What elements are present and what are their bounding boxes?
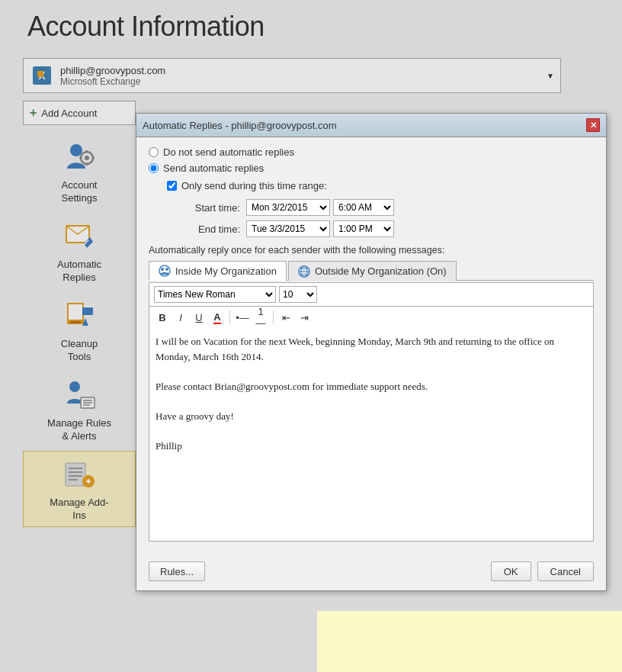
bold-button[interactable]: B <box>154 309 171 326</box>
send-auto-input[interactable] <box>149 163 159 173</box>
font-family-select[interactable]: Times New Roman <box>154 286 276 303</box>
start-time-label: Start time: <box>179 202 240 214</box>
dialog-footer: Rules... OK Cancel <box>136 554 606 590</box>
format-toolbar: B I U A •— 1— ⇤ ⇥ <box>149 306 594 328</box>
dialog-body: Do not send automatic replies Send autom… <box>136 137 606 554</box>
svg-point-33 <box>165 268 168 271</box>
reply-message-textarea[interactable]: I will be on Vacation for the next Week,… <box>149 328 594 542</box>
reply-mode-group: Do not send automatic replies Send autom… <box>149 146 594 174</box>
font-color-button[interactable]: A <box>209 309 226 326</box>
send-auto-label: Send automatic replies <box>163 162 264 174</box>
font-color-icon: A <box>213 311 220 324</box>
dialog-titlebar: Automatic Replies - phillip@groovypost.c… <box>136 114 606 137</box>
footer-actions: OK Cancel <box>491 561 594 581</box>
do-not-send-input[interactable] <box>149 147 159 157</box>
numbering-icon: 1— <box>253 306 268 329</box>
italic-icon: I <box>179 312 182 323</box>
start-time-row: Start time: Mon 3/2/2015 6:00 AM <box>179 199 594 216</box>
decrease-indent-icon: ⇤ <box>282 312 290 323</box>
underline-icon: U <box>195 312 202 323</box>
time-range-checkbox-row[interactable]: Only send during this time range: <box>167 180 594 191</box>
increase-indent-icon: ⇥ <box>300 312 309 323</box>
organization-tabs: Inside My Organization Outside My Organi… <box>149 260 594 281</box>
underline-button[interactable]: U <box>191 309 207 326</box>
outside-org-icon <box>298 265 310 278</box>
do-not-send-radio[interactable]: Do not send automatic replies <box>149 146 594 158</box>
only-send-label: Only send during this time range: <box>181 180 327 191</box>
toolbar-divider-1 <box>229 310 230 324</box>
send-auto-radio[interactable]: Send automatic replies <box>149 162 594 174</box>
end-time-select[interactable]: 1:00 PM <box>333 220 394 237</box>
autoreply-description: Automatically reply once for each sender… <box>149 245 594 256</box>
bullets-icon: •— <box>236 312 249 323</box>
do-not-send-label: Do not send automatic replies <box>163 146 294 158</box>
end-time-label: End time: <box>179 223 240 235</box>
increase-indent-button[interactable]: ⇥ <box>296 309 313 326</box>
tab-outside-org-label: Outside My Organization (On) <box>315 265 447 277</box>
tab-inside-org-label: Inside My Organization <box>175 265 277 277</box>
decrease-indent-button[interactable]: ⇤ <box>277 309 294 326</box>
dialog-close-button[interactable]: ✕ <box>586 118 600 132</box>
ok-button[interactable]: OK <box>491 561 531 581</box>
inside-org-icon <box>159 265 171 277</box>
bold-icon: B <box>159 312 165 323</box>
tab-inside-org[interactable]: Inside My Organization <box>149 261 287 281</box>
cancel-button[interactable]: Cancel <box>537 561 594 581</box>
time-range-checkbox[interactable] <box>167 181 177 191</box>
automatic-replies-dialog: Automatic Replies - phillip@groovypost.c… <box>136 113 607 591</box>
numbering-button[interactable]: 1— <box>252 309 269 326</box>
end-time-row: End time: Tue 3/3/2015 1:00 PM <box>179 220 594 237</box>
toolbar-divider-2 <box>273 310 274 324</box>
italic-button[interactable]: I <box>172 309 189 326</box>
bottom-yellow-area <box>317 611 622 672</box>
start-date-select[interactable]: Mon 3/2/2015 <box>246 199 330 216</box>
bullets-button[interactable]: •— <box>234 309 251 326</box>
svg-point-32 <box>161 268 164 271</box>
font-size-select[interactable]: 10 <box>279 286 317 303</box>
tab-outside-org[interactable]: Outside My Organization (On) <box>288 261 457 281</box>
dialog-title: Automatic Replies - phillip@groovypost.c… <box>143 120 337 131</box>
end-date-select[interactable]: Tue 3/3/2015 <box>246 220 330 237</box>
rules-button[interactable]: Rules... <box>149 561 205 581</box>
start-time-select[interactable]: 6:00 AM <box>333 199 394 216</box>
font-toolbar: Times New Roman 10 <box>149 282 594 306</box>
